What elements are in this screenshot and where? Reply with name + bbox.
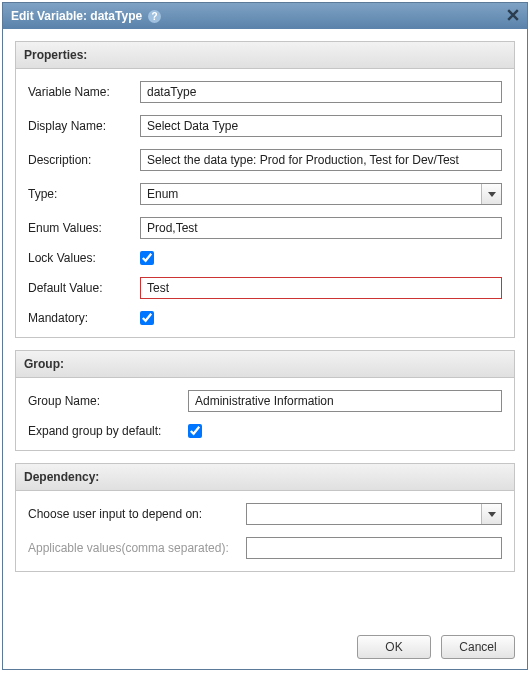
type-select-value: Enum — [147, 187, 479, 201]
dependency-heading: Dependency: — [16, 464, 514, 491]
properties-heading: Properties: — [16, 42, 514, 69]
label-variable-name: Variable Name: — [28, 85, 140, 99]
label-display-name: Display Name: — [28, 119, 140, 133]
edit-variable-dialog: Edit Variable: dataType ? Properties: Va… — [2, 2, 528, 670]
label-applicable-values: Applicable values(comma separated): — [28, 541, 246, 555]
variable-name-input[interactable] — [140, 81, 502, 103]
type-select[interactable]: Enum — [140, 183, 502, 205]
ok-button[interactable]: OK — [357, 635, 431, 659]
help-icon[interactable]: ? — [148, 10, 161, 23]
label-description: Description: — [28, 153, 140, 167]
label-enum-values: Enum Values: — [28, 221, 140, 235]
lock-values-checkbox[interactable] — [140, 251, 154, 265]
group-body: Group Name: Expand group by default: — [16, 378, 514, 450]
expand-group-checkbox[interactable] — [188, 424, 202, 438]
applicable-values-input — [246, 537, 502, 559]
row-expand-group: Expand group by default: — [28, 424, 502, 438]
display-name-input[interactable] — [140, 115, 502, 137]
row-group-name: Group Name: — [28, 390, 502, 412]
mandatory-checkbox[interactable] — [140, 311, 154, 325]
dependency-body: Choose user input to depend on: Applicab… — [16, 491, 514, 571]
row-variable-name: Variable Name: — [28, 81, 502, 103]
label-expand-group: Expand group by default: — [28, 424, 188, 438]
chevron-down-icon — [481, 184, 501, 204]
dialog-footer: OK Cancel — [3, 627, 527, 669]
group-panel: Group: Group Name: Expand group by defau… — [15, 350, 515, 451]
default-value-input[interactable] — [140, 277, 502, 299]
dependency-panel: Dependency: Choose user input to depend … — [15, 463, 515, 572]
row-lock-values: Lock Values: — [28, 251, 502, 265]
label-group-name: Group Name: — [28, 394, 188, 408]
label-mandatory: Mandatory: — [28, 311, 140, 325]
row-description: Description: — [28, 149, 502, 171]
row-enum-values: Enum Values: — [28, 217, 502, 239]
row-applicable-values: Applicable values(comma separated): — [28, 537, 502, 559]
dialog-body: Properties: Variable Name: Display Name:… — [3, 29, 527, 627]
label-type: Type: — [28, 187, 140, 201]
properties-body: Variable Name: Display Name: Description… — [16, 69, 514, 337]
row-type: Type: Enum — [28, 183, 502, 205]
close-icon[interactable] — [505, 7, 521, 23]
label-depend-on: Choose user input to depend on: — [28, 507, 246, 521]
group-heading: Group: — [16, 351, 514, 378]
cancel-button[interactable]: Cancel — [441, 635, 515, 659]
depend-on-select[interactable] — [246, 503, 502, 525]
properties-panel: Properties: Variable Name: Display Name:… — [15, 41, 515, 338]
label-default-value: Default Value: — [28, 281, 140, 295]
chevron-down-icon — [481, 504, 501, 524]
description-input[interactable] — [140, 149, 502, 171]
label-lock-values: Lock Values: — [28, 251, 140, 265]
row-default-value: Default Value: — [28, 277, 502, 299]
row-mandatory: Mandatory: — [28, 311, 502, 325]
row-depend-on: Choose user input to depend on: — [28, 503, 502, 525]
dialog-titlebar: Edit Variable: dataType ? — [3, 3, 527, 29]
row-display-name: Display Name: — [28, 115, 502, 137]
group-name-input[interactable] — [188, 390, 502, 412]
dialog-title: Edit Variable: dataType — [11, 9, 142, 23]
enum-values-input[interactable] — [140, 217, 502, 239]
